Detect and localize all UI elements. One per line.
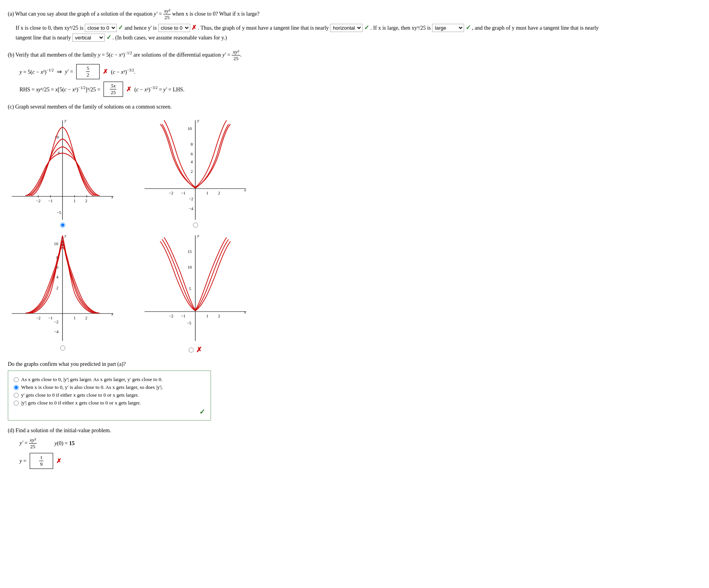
svg-text:10: 10 — [188, 126, 192, 131]
svg-text:−2: −2 — [36, 315, 41, 320]
step1-arrow: ⇒ — [57, 68, 62, 75]
part-c: (c) Graph several members of the family … — [8, 104, 701, 354]
part-a-answer-row2: tangent line that is nearly vertical hor… — [16, 34, 701, 42]
part-a-text3: . Thus, the graph of y must have a tange… — [198, 25, 329, 31]
part-a-text5: , and the graph of y must have a tangent… — [472, 25, 598, 31]
graphs-row-1: −2 −1 1 2 x y 10 6 −5 — [8, 116, 701, 228]
graph2-wrap: −2 −1 1 2 x y 10 8 6 4 2 −2 −4 — [141, 116, 250, 228]
svg-text:−4: −4 — [54, 329, 59, 334]
part-d-cross: ✗ — [56, 457, 61, 465]
radio-option-1: When x is close to 0, y' is also close t… — [14, 384, 205, 390]
check2: ✓ — [364, 24, 369, 31]
graph1-wrap: −2 −1 1 2 x y 10 6 −5 — [8, 116, 117, 228]
part-a-text1: If x is close to 0, then xy³/25 is — [16, 25, 83, 31]
svg-text:x: x — [111, 312, 113, 316]
svg-text:−1: −1 — [48, 198, 53, 203]
svg-text:2: 2 — [85, 315, 88, 320]
dropdown-xy25[interactable]: close to 0 large — [85, 24, 117, 32]
part-d-answer-row: y = 1 9 ✗ — [20, 453, 701, 469]
svg-text:6: 6 — [191, 151, 193, 156]
part-a-label: (a) What can you say about the graph of … — [8, 11, 152, 17]
svg-text:−2: −2 — [54, 319, 59, 324]
part-c-question-section: Do the graphs confirm what you predicted… — [8, 361, 701, 421]
cross1: ✗ — [191, 24, 196, 31]
svg-text:−5: −5 — [187, 321, 191, 325]
cross-graph4: ✗ — [196, 346, 202, 354]
graph3-radio[interactable] — [60, 346, 65, 351]
svg-text:10: 10 — [188, 265, 192, 269]
graph4-wrap: −2 −1 1 2 x y 15 10 5 −5 ✗ — [141, 232, 250, 354]
part-d-equations: y' = xy³ 25 y(0) = 15 — [20, 437, 701, 450]
part-a-text2: and hence y' is — [125, 25, 157, 31]
svg-text:−1: −1 — [48, 315, 53, 320]
check3: ✓ — [466, 24, 471, 31]
radio-option-2: y' gets close to 0 if either x gets clos… — [14, 392, 205, 398]
part-c-title: (c) Graph several members of the family … — [8, 104, 701, 110]
part-a-text6: . (In both cases, we assume reasonable v… — [113, 35, 227, 41]
graphs-row-2: −2 −1 1 2 x y 10 8 6 4 2 −2 −4 — [8, 232, 701, 354]
step1-cross: ✗ — [103, 68, 108, 75]
radio-label-1: When x is close to 0, y' is also close t… — [21, 384, 163, 390]
svg-text:15: 15 — [188, 249, 192, 254]
part-d: (d) Find a solution of the initial-value… — [8, 428, 701, 469]
dropdown-yprime[interactable]: close to 0 large — [158, 24, 190, 32]
part-b-step1: y = 5(c − x²)−1/2 ⇒ y' = 5 2 ✗ (c − x²)−… — [20, 64, 701, 79]
svg-text:2: 2 — [56, 285, 59, 290]
svg-text:x: x — [244, 310, 246, 314]
svg-text:2: 2 — [218, 314, 220, 318]
svg-text:8: 8 — [191, 142, 193, 146]
svg-text:5: 5 — [189, 286, 191, 291]
radio-2[interactable] — [14, 393, 19, 398]
radio-0[interactable] — [14, 377, 19, 382]
part-a-text4: . If x is large, then xy³/25 is — [370, 25, 430, 31]
part-a-eq: y' = xy³25 — [154, 11, 171, 17]
svg-text:4: 4 — [56, 274, 59, 279]
svg-text:−4: −4 — [189, 206, 193, 211]
svg-text:1: 1 — [206, 314, 209, 318]
svg-text:−5: −5 — [57, 210, 61, 215]
step1-rest: (c − x²)−3/2. — [111, 68, 136, 75]
dropdown-large[interactable]: large close to 0 — [432, 24, 464, 32]
part-d-title: (d) Find a solution of the initial-value… — [8, 428, 701, 434]
dropdown-tangent2[interactable]: vertical horizontal — [72, 34, 105, 42]
svg-text:−1: −1 — [181, 314, 186, 318]
svg-text:y: y — [197, 118, 199, 123]
svg-text:−2: −2 — [169, 191, 173, 195]
radio-label-2: y' gets close to 0 if either x gets clos… — [21, 392, 139, 398]
part-c-question-label: Do the graphs confirm what you predicted… — [8, 361, 701, 367]
svg-text:−2: −2 — [36, 198, 41, 203]
part-b-title: (b) Verify that all members of the famil… — [8, 49, 701, 62]
svg-text:−1: −1 — [181, 191, 186, 195]
part-b: (b) Verify that all members of the famil… — [8, 49, 701, 97]
part-a-when: when x is close to 0? What if x is large… — [172, 11, 259, 17]
part-a-title: (a) What can you say about the graph of … — [8, 8, 701, 21]
radio-3[interactable] — [14, 401, 19, 406]
part-a-answer-row1: If x is close to 0, then xy³/25 is close… — [16, 24, 701, 32]
radio-1[interactable] — [14, 385, 19, 390]
radio-option-3: |y'| gets close to 0 if either x gets cl… — [14, 400, 205, 406]
part-b-label: (b) Verify that all members of the famil… — [8, 52, 232, 58]
svg-text:−2: −2 — [169, 314, 173, 318]
check1: ✓ — [118, 24, 123, 31]
part-d-eq: y' = xy³ 25 — [20, 437, 37, 450]
svg-text:10: 10 — [54, 241, 59, 246]
radio-label-0: As x gets close to 0, |y'| gets larger. … — [21, 376, 163, 383]
svg-text:2: 2 — [191, 169, 193, 174]
svg-text:y: y — [64, 233, 66, 238]
part-d-answer-box: 1 9 — [30, 453, 53, 469]
part-a: (a) What can you say about the graph of … — [8, 8, 701, 42]
step2-rest: (c − x²)−3/2 = y' = LHS. — [134, 86, 184, 93]
graph4-svg: −2 −1 1 2 x y 15 10 5 −5 — [141, 232, 250, 345]
graph1-radio[interactable] — [60, 223, 65, 228]
step2-cross: ✗ — [126, 86, 131, 93]
svg-text:1: 1 — [206, 191, 209, 195]
radio-check: ✓ — [199, 408, 205, 416]
step2-left: RHS = xy³/25 = x[5(c − x²)−1/2]³/25 = — [20, 86, 100, 93]
graph4-radio[interactable] — [189, 347, 194, 353]
svg-text:x: x — [111, 194, 113, 199]
dropdown-tangent1[interactable]: horizontal vertical — [330, 24, 363, 32]
svg-text:2: 2 — [85, 198, 88, 203]
check4: ✓ — [106, 34, 111, 41]
graph1-svg: −2 −1 1 2 x y 10 6 −5 — [8, 116, 117, 222]
graph2-radio[interactable] — [193, 223, 198, 228]
